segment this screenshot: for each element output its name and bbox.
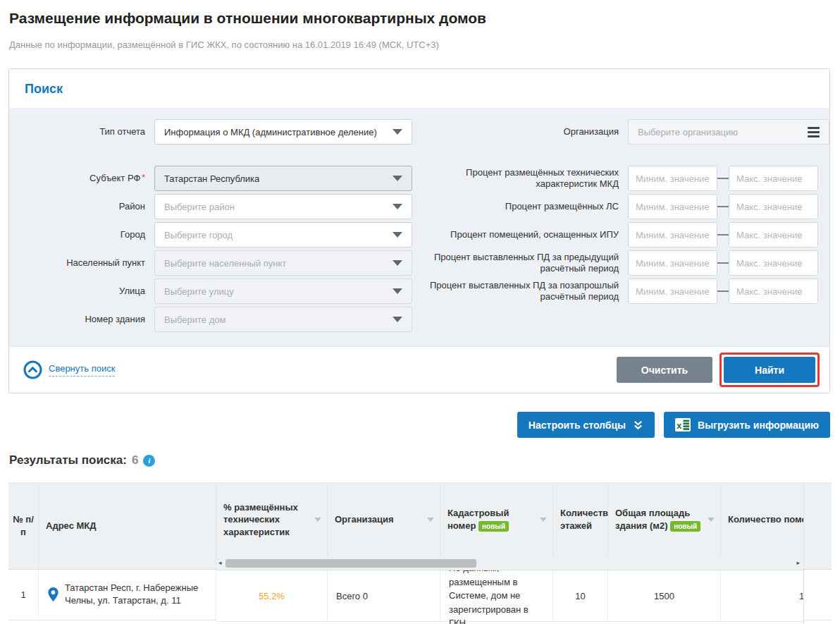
table-toolbar: Настроить столбцы x Выгрузить информацию <box>517 412 830 438</box>
organization-label: Организация <box>419 126 619 137</box>
column-header-address[interactable]: Адрес МКД <box>39 483 216 569</box>
column-header-floors[interactable]: Количество этажей <box>553 483 608 556</box>
double-chevron-down-icon <box>633 420 643 431</box>
city-label: Город <box>9 229 145 240</box>
table-right-sliver <box>803 483 832 624</box>
form-row-subject: Субъект РФ* Татарстан Республика <box>9 164 419 192</box>
report-type-label: Тип отчета <box>9 126 145 137</box>
tech-percent-label: Процент размещённых технических характер… <box>419 167 619 190</box>
search-panel: Поиск Тип отчета Информация о МКД (админ… <box>8 68 830 393</box>
ipu-percent-min-input[interactable] <box>628 222 717 247</box>
new-badge: новый <box>670 521 700 532</box>
find-button[interactable]: Найти <box>724 357 815 383</box>
page-subtitle: Данные по информации, размещённой в ГИС … <box>9 39 831 50</box>
chevron-up-circle-icon <box>23 360 42 379</box>
row-address-cell[interactable]: Татарстан Респ, г. Набережные Челны, ул.… <box>39 570 216 620</box>
subject-label: Субъект РФ* <box>9 173 145 184</box>
search-results-header: Результаты поиска: 6 i <box>9 453 155 467</box>
search-panel-body: Тип отчета Информация о МКД (администрат… <box>9 108 829 346</box>
row-address-text: Татарстан Респ, г. Набережные Челны, ул.… <box>65 582 209 608</box>
form-row-tech-percent: Процент размещённых технических характер… <box>419 164 829 192</box>
settlement-dropdown[interactable]: Выберите населенный пункт <box>154 250 412 276</box>
collapse-search-link[interactable]: Свернуть поиск <box>23 360 115 379</box>
horizontal-scrollbar[interactable]: ◂ ▸ <box>216 556 803 570</box>
street-placeholder: Выберите улицу <box>164 286 234 297</box>
range-dash <box>717 262 729 264</box>
column-header-organization[interactable]: Организация <box>328 483 440 556</box>
collapse-search-label: Свернуть поиск <box>49 363 115 377</box>
settlement-placeholder: Выберите населенный пункт <box>164 258 286 269</box>
caret-down-icon <box>393 317 402 322</box>
form-row-pd-before-percent: Процент выставленных ПД за позапрошлый р… <box>419 277 829 305</box>
form-row-city: Город Выберите город <box>9 221 419 249</box>
district-label: Район <box>9 201 145 212</box>
city-placeholder: Выберите город <box>164 230 233 240</box>
tech-percent-min-input[interactable] <box>628 166 717 191</box>
next-row-edge <box>8 620 216 624</box>
organization-picker[interactable]: Выберите организацию <box>628 119 829 145</box>
tech-percent-max-input[interactable] <box>729 166 818 191</box>
form-gap <box>9 146 419 164</box>
export-button[interactable]: x Выгрузить информацию <box>664 412 830 438</box>
column-header-tech-percent[interactable]: % размещённых технических характеристик <box>216 483 328 556</box>
scrollbar-thumb[interactable] <box>226 559 476 568</box>
scroll-right-arrow-icon[interactable]: ▸ <box>796 560 800 566</box>
table-row-scroll-cells: 55.2% Всего 0 По данным, размещенным в С… <box>216 570 803 621</box>
find-button-highlight: Найти <box>719 353 820 387</box>
subject-value: Татарстан Республика <box>164 173 259 184</box>
scroll-left-arrow-icon[interactable]: ◂ <box>218 560 222 566</box>
ipu-percent-max-input[interactable] <box>729 222 818 247</box>
pd-before-max-input[interactable] <box>729 279 818 304</box>
search-panel-title: Поиск <box>25 82 63 96</box>
search-panel-footer: Свернуть поиск Очистить Найти <box>9 346 829 393</box>
sort-icon[interactable] <box>427 518 434 522</box>
ls-percent-min-input[interactable] <box>628 194 717 219</box>
column-header-num[interactable]: № п/п <box>8 483 39 569</box>
caret-down-icon <box>393 129 402 135</box>
pd-prev-percent-label: Процент выставленных ПД за предыдущий ра… <box>419 252 619 275</box>
range-dash <box>717 234 729 235</box>
ls-percent-max-input[interactable] <box>729 194 818 219</box>
search-form-right-column: Организация Выберите организацию Процент… <box>419 118 829 334</box>
ls-percent-label: Процент размещённых ЛС <box>419 201 619 212</box>
range-dash <box>717 206 729 207</box>
city-dropdown[interactable]: Выберите город <box>154 222 412 247</box>
street-dropdown[interactable]: Выберите улицу <box>154 279 412 304</box>
column-header-cadastral[interactable]: Кадастровый номер новый <box>440 483 553 556</box>
sort-icon[interactable] <box>314 518 321 522</box>
table-scroll-region: % размещённых технических характеристик … <box>216 483 803 624</box>
search-panel-header: Поиск <box>9 69 829 108</box>
form-row-organization: Организация Выберите организацию <box>419 118 829 146</box>
sort-icon[interactable] <box>708 518 715 522</box>
hamburger-icon <box>808 127 820 137</box>
building-placeholder: Выберите дом <box>164 314 226 325</box>
street-label: Улица <box>9 286 145 297</box>
report-type-value: Информация о МКД (административное делен… <box>164 127 377 137</box>
configure-columns-label: Настроить столбцы <box>529 420 626 431</box>
subject-dropdown[interactable]: Татарстан Республика <box>154 166 412 191</box>
district-dropdown[interactable]: Выберите район <box>154 194 412 219</box>
clear-button[interactable]: Очистить <box>617 357 712 383</box>
pd-prev-max-input[interactable] <box>729 250 818 276</box>
configure-columns-button[interactable]: Настроить столбцы <box>517 412 655 438</box>
form-gap <box>419 146 829 164</box>
report-type-dropdown[interactable]: Информация о МКД (административное делен… <box>154 119 412 145</box>
export-label: Выгрузить информацию <box>698 420 819 431</box>
row-floors-cell: 10 <box>553 570 608 621</box>
pd-prev-min-input[interactable] <box>628 250 717 276</box>
pd-before-min-input[interactable] <box>628 279 717 304</box>
row-area-cell: 1500 <box>608 570 721 621</box>
column-header-rooms[interactable]: Количество помещений <box>721 483 803 556</box>
column-header-area[interactable]: Общая площадь здания (м2) новый <box>608 483 721 556</box>
row-number-cell: 1 <box>8 570 39 620</box>
row-tech-percent-cell: 55.2% <box>216 570 328 621</box>
caret-down-icon <box>393 204 402 209</box>
sort-icon[interactable] <box>540 518 547 522</box>
new-badge: новый <box>478 521 509 532</box>
range-dash <box>717 178 729 179</box>
info-icon[interactable]: i <box>143 455 155 467</box>
results-label: Результаты поиска: <box>9 453 127 467</box>
map-pin-icon <box>47 587 59 602</box>
building-dropdown[interactable]: Выберите дом <box>154 307 412 332</box>
form-row-street: Улица Выберите улицу <box>9 277 419 305</box>
